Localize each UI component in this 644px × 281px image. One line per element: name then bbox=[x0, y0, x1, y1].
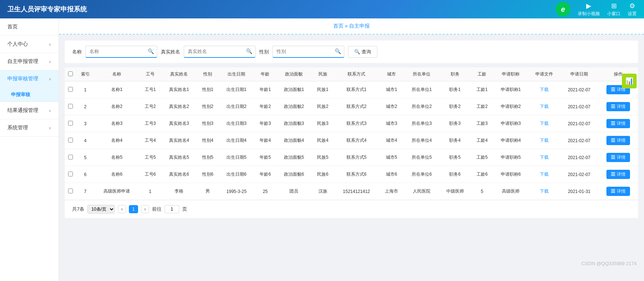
cell-action: ☰ 详情 bbox=[598, 166, 638, 183]
cell-unit: 所在单位3 bbox=[404, 115, 439, 132]
sidebar-item-result-mgmt[interactable]: 结果通报管理 ∨ bbox=[0, 102, 59, 119]
chevron-down-icon: ∨ bbox=[49, 109, 51, 113]
cell-nation: 民族3 bbox=[312, 115, 334, 132]
e-logo[interactable]: e bbox=[556, 2, 570, 17]
cell-city: 城市1 bbox=[379, 81, 404, 98]
cell-date: 2021-02-07 bbox=[560, 149, 598, 166]
search-name-icon-btn[interactable]: 🔍 bbox=[145, 46, 157, 56]
download-link[interactable]: 下载 bbox=[540, 104, 549, 109]
download-link[interactable]: 下载 bbox=[540, 138, 549, 143]
header-tools: e ▶ 录制小视频 ⊞ 小窗口 ⚙ 设置 bbox=[556, 2, 637, 17]
th-checkbox bbox=[65, 67, 76, 81]
row-checkbox[interactable] bbox=[68, 87, 73, 92]
cell-work-id: 工号5 bbox=[139, 149, 161, 166]
goto-page-input[interactable] bbox=[165, 205, 179, 213]
cell-contact: 15214121412 bbox=[334, 183, 379, 200]
detail-button[interactable]: ☰ 详情 bbox=[606, 102, 630, 111]
cell-nation: 民族2 bbox=[312, 98, 334, 115]
cell-apply-title: 申请职称2 bbox=[493, 98, 528, 115]
cell-position: 职务6 bbox=[439, 166, 471, 183]
cell-apply-title: 高级医师 bbox=[493, 183, 528, 200]
download-link[interactable]: 下载 bbox=[540, 121, 549, 126]
cell-apply-title: 申请职称5 bbox=[493, 149, 528, 166]
pagination-total: 共7条 bbox=[72, 206, 84, 212]
breadcrumb: 首页 » 自主申报 bbox=[59, 18, 644, 35]
page-1-btn[interactable]: 1 bbox=[129, 205, 138, 213]
settings-label: 设置 bbox=[628, 11, 637, 17]
row-checkbox[interactable] bbox=[68, 138, 73, 143]
small-window-label: 小窗口 bbox=[607, 11, 620, 17]
search-name-input[interactable] bbox=[86, 46, 145, 56]
search-button[interactable]: 🔍 查询 bbox=[348, 46, 377, 58]
row-checkbox-cell bbox=[65, 149, 76, 166]
detail-button[interactable]: ☰ 详情 bbox=[606, 170, 630, 179]
cell-real-name: 李格 bbox=[161, 183, 196, 200]
cell-city: 城市5 bbox=[379, 149, 404, 166]
cell-name: 名称6 bbox=[95, 166, 139, 183]
sidebar: 首页 个人中心 ∨ 自主申报管理 ∨ 申报审核管理 ∧ 申报审核 结果通报管理 … bbox=[0, 18, 59, 281]
sidebar-item-audit-mgmt[interactable]: 申报审核管理 ∧ bbox=[0, 70, 59, 88]
search-label-gender: 性别 bbox=[259, 49, 269, 55]
record-video-btn[interactable]: ▶ 录制小视频 bbox=[578, 2, 600, 17]
cell-work-years: 5 bbox=[471, 183, 493, 200]
cell-date: 2021-01-31 bbox=[560, 183, 598, 200]
cell-index: 4 bbox=[76, 132, 95, 149]
detail-button[interactable]: ☰ 详情 bbox=[606, 136, 630, 145]
select-all-checkbox[interactable] bbox=[68, 71, 73, 76]
row-checkbox[interactable] bbox=[68, 155, 73, 159]
sidebar-item-system[interactable]: 系统管理 ∨ bbox=[0, 119, 59, 137]
table-row: 3 名称3 工号3 真实姓名3 性别3 出生日期3 年龄3 政治面貌3 民族3 … bbox=[65, 115, 638, 132]
detail-button[interactable]: ☰ 详情 bbox=[606, 153, 630, 162]
sidebar-item-audit[interactable]: 申报审核 bbox=[0, 88, 59, 102]
cell-file: 下载 bbox=[528, 81, 560, 98]
sidebar-item-home[interactable]: 首页 bbox=[0, 18, 59, 36]
search-label-realname: 真实姓名 bbox=[161, 49, 180, 55]
download-link[interactable]: 下载 bbox=[540, 155, 549, 160]
search-gender-input[interactable] bbox=[273, 46, 332, 56]
th-name: 名称 bbox=[95, 67, 139, 81]
detail-button[interactable]: ☰ 详情 bbox=[606, 187, 630, 196]
search-realname-icon-btn[interactable]: 🔍 bbox=[243, 46, 255, 56]
cell-work-years: 工龄1 bbox=[471, 81, 493, 98]
breadcrumb-home[interactable]: 首页 bbox=[333, 23, 344, 29]
row-checkbox-cell bbox=[65, 166, 76, 183]
row-checkbox[interactable] bbox=[68, 104, 73, 109]
cell-action: ☰ 详情 bbox=[598, 149, 638, 166]
cell-age: 年龄1 bbox=[254, 81, 277, 98]
cell-index: 2 bbox=[76, 98, 95, 115]
prev-page-btn[interactable]: ‹ bbox=[118, 205, 126, 213]
pagination: 共7条 10条/页 20条/页 50条/页 ‹ 1 › 前往 页 bbox=[65, 200, 638, 218]
download-link[interactable]: 下载 bbox=[540, 87, 549, 92]
cell-unit: 所在单位6 bbox=[404, 166, 439, 183]
sidebar-item-personal[interactable]: 个人中心 ∨ bbox=[0, 36, 59, 53]
search-gender-icon-btn[interactable]: 🔍 bbox=[332, 46, 344, 56]
row-checkbox[interactable] bbox=[68, 189, 73, 193]
page-size-select[interactable]: 10条/页 20条/页 50条/页 bbox=[87, 205, 115, 214]
cell-birth: 出生日期4 bbox=[219, 132, 254, 149]
float-chart-btn[interactable]: 📊 bbox=[622, 74, 637, 88]
next-page-btn[interactable]: › bbox=[141, 205, 149, 213]
detail-button[interactable]: ☰ 详情 bbox=[606, 119, 630, 128]
cell-unit: 人民医院 bbox=[404, 183, 439, 200]
row-checkbox[interactable] bbox=[68, 172, 73, 176]
th-birth: 出生日期 bbox=[219, 67, 254, 81]
cell-file: 下载 bbox=[528, 183, 560, 200]
sidebar-item-self-report[interactable]: 自主申报管理 ∨ bbox=[0, 53, 59, 70]
settings-btn[interactable]: ⚙ 设置 bbox=[628, 2, 637, 17]
small-window-btn[interactable]: ⊞ 小窗口 bbox=[607, 2, 620, 17]
small-window-icon: ⊞ bbox=[611, 2, 617, 10]
goto-label: 前往 bbox=[152, 206, 162, 212]
cell-birth: 出生日期1 bbox=[219, 81, 254, 98]
cell-age: 年龄2 bbox=[254, 98, 277, 115]
sidebar-system-label: 系统管理 bbox=[7, 124, 28, 131]
th-work-id: 工号 bbox=[139, 67, 161, 81]
th-age: 年龄 bbox=[254, 67, 277, 81]
cell-gender: 性别5 bbox=[197, 149, 219, 166]
row-checkbox[interactable] bbox=[68, 121, 73, 126]
search-realname-input[interactable] bbox=[184, 46, 243, 56]
cell-work-id: 工号6 bbox=[139, 166, 161, 183]
cell-index: 7 bbox=[76, 183, 95, 200]
download-link[interactable]: 下载 bbox=[540, 172, 549, 177]
cell-birth: 出生日期3 bbox=[219, 115, 254, 132]
download-link[interactable]: 下载 bbox=[540, 189, 549, 194]
